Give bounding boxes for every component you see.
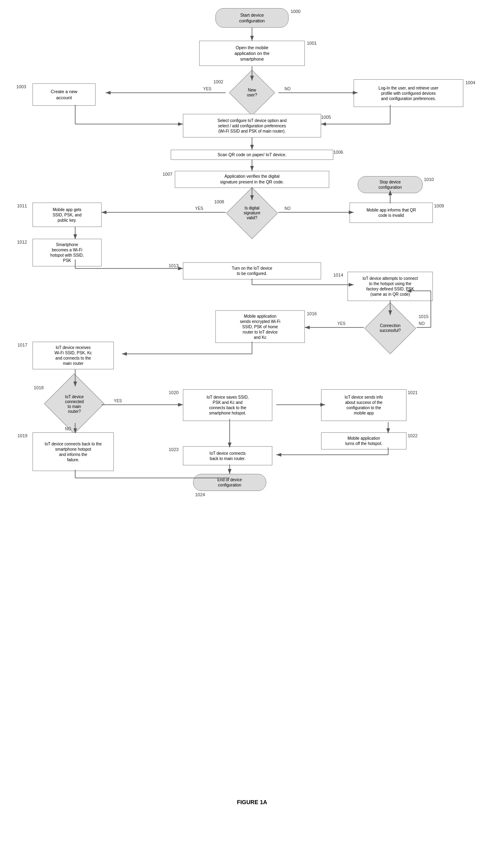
label-1002: 1002 (213, 79, 223, 84)
svg-text:YES: YES (114, 399, 122, 403)
svg-text:NO: NO (285, 206, 291, 211)
node-1000: Start device configuration (215, 8, 289, 28)
node-1015: Connection successful? (365, 313, 416, 343)
label-1004: 1004 (465, 80, 475, 85)
label-1017: 1017 (17, 342, 27, 347)
node-1008: Is digital signature valid? (226, 198, 278, 228)
label-1003: 1003 (16, 84, 26, 89)
node-1017: IoT device receives Wi-Fi SSID, PSK, Kc … (33, 342, 114, 369)
node-1020: IoT device saves SSID, PSK and Kc and co… (183, 389, 272, 421)
label-1024: 1024 (195, 492, 205, 497)
node-1010: Stop device configuration (358, 176, 423, 193)
label-1018: 1018 (34, 385, 43, 390)
node-1022: Mobile application turns off the hotspot… (321, 432, 406, 449)
label-1009: 1009 (434, 203, 444, 208)
node-1023: IoT device connects back to main router. (183, 446, 272, 465)
label-1008: 1008 (214, 199, 224, 204)
label-1013: 1013 (169, 263, 178, 268)
label-1010: 1010 (424, 177, 434, 182)
label-1021: 1021 (408, 390, 417, 395)
label-1012: 1012 (17, 240, 27, 244)
label-1005: 1005 (321, 115, 331, 120)
figure-caption: FIGURE 1A (0, 799, 504, 805)
label-1022: 1022 (408, 433, 417, 438)
node-1018: IoT device connected to main router? (49, 384, 100, 424)
node-1011: Mobile app gets SSID, PSK, and public ke… (33, 203, 102, 227)
node-1007: Application verifies the digital signatu… (175, 171, 329, 188)
label-1006: 1006 (333, 150, 343, 155)
svg-text:YES: YES (195, 206, 203, 211)
node-1009: Mobile app informs that QR code is inval… (350, 203, 433, 223)
node-1006: Scan QR code on paper/ IoT device. (171, 150, 333, 160)
node-1001: Open the mobile application on the smart… (199, 41, 305, 66)
node-1021: IoT device sends info about success of t… (321, 389, 406, 421)
node-1019: IoT device connects back to the smartpho… (33, 432, 114, 471)
label-1015: 1015 (419, 314, 428, 319)
label-1023: 1023 (169, 447, 178, 452)
node-1024: End of device configuration (193, 474, 266, 491)
svg-text:YES: YES (203, 87, 211, 91)
svg-text:NO: NO (419, 321, 425, 326)
node-1005: Select configure IoT device option and s… (183, 114, 321, 137)
label-1001: 1001 (307, 41, 317, 46)
label-1007: 1007 (163, 172, 172, 177)
label-1014: 1014 (333, 273, 343, 277)
node-1016: Mobile application sends encrypted Wi-Fi… (215, 310, 305, 343)
node-1014: IoT device attempts to connect to the ho… (348, 272, 433, 301)
node-1013: Turn on the IoT device to be configured. (183, 262, 321, 279)
svg-text:NO: NO (285, 87, 291, 91)
node-1003: Create a new account (33, 83, 96, 106)
label-1020: 1020 (169, 390, 178, 395)
node-1002: New user? (226, 79, 278, 107)
label-1011: 1011 (17, 203, 27, 208)
label-1019: 1019 (17, 433, 27, 438)
label-1016: 1016 (307, 311, 317, 316)
flowchart-diagram: YES NO YES NO (0, 0, 504, 814)
label-1000: 1000 (291, 9, 300, 14)
node-1012: Smartphone becomes a Wi-Fi hotspot with … (33, 239, 102, 266)
svg-text:YES: YES (337, 321, 345, 326)
node-1004: Log-In the user, and retrieve user profi… (354, 79, 463, 107)
